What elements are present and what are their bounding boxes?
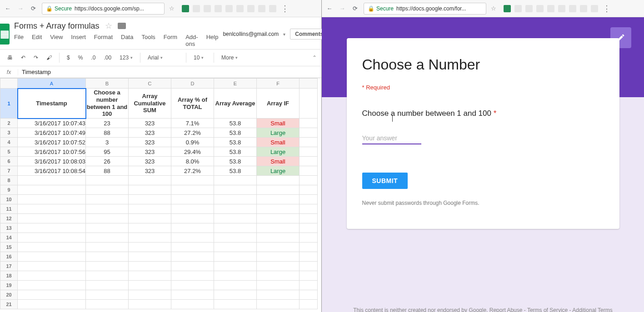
- cell[interactable]: 3/16/2017 10:08:03: [18, 157, 86, 166]
- cell[interactable]: [18, 176, 86, 185]
- row-header[interactable]: 12: [0, 214, 18, 223]
- cell[interactable]: [257, 271, 300, 281]
- address-bar[interactable]: 🔒 Secure https://docs.google.com/sp...: [42, 3, 165, 15]
- cell[interactable]: Large: [257, 128, 300, 138]
- cell[interactable]: [18, 223, 86, 233]
- extension-icon[interactable]: [558, 5, 565, 12]
- cell[interactable]: [257, 252, 300, 262]
- cell[interactable]: [171, 204, 214, 214]
- cell[interactable]: [86, 223, 129, 233]
- cell[interactable]: [171, 176, 214, 185]
- cell[interactable]: 27.2%: [171, 128, 214, 138]
- cell[interactable]: [86, 176, 129, 185]
- extension-icon[interactable]: [580, 5, 587, 12]
- redo-icon[interactable]: ↷: [31, 53, 41, 63]
- cell[interactable]: 53.8: [214, 138, 257, 147]
- formula-input[interactable]: Timestamp: [18, 69, 51, 75]
- row-header[interactable]: 6: [0, 157, 18, 166]
- cell[interactable]: [18, 262, 86, 271]
- cell[interactable]: [257, 185, 300, 195]
- extension-icon[interactable]: [236, 5, 244, 12]
- extension-icon[interactable]: [193, 5, 200, 12]
- header-cell[interactable]: Array % of TOTAL: [171, 89, 214, 119]
- row-header[interactable]: 8: [0, 176, 18, 185]
- cell[interactable]: [171, 252, 214, 262]
- menu-help[interactable]: Help: [206, 34, 219, 47]
- row-header[interactable]: 20: [0, 290, 18, 300]
- column-header-D[interactable]: D: [171, 79, 214, 89]
- cell[interactable]: [171, 233, 214, 243]
- cell[interactable]: [171, 243, 214, 252]
- cell[interactable]: [214, 300, 257, 309]
- cell[interactable]: [214, 243, 257, 252]
- cell[interactable]: [129, 243, 171, 252]
- cell[interactable]: 88: [86, 128, 129, 138]
- cell[interactable]: [129, 214, 171, 223]
- cell[interactable]: Small: [257, 119, 300, 128]
- cell[interactable]: [86, 281, 129, 290]
- row-header[interactable]: 7: [0, 166, 18, 176]
- cell[interactable]: Small: [257, 138, 300, 147]
- row-header[interactable]: 1: [0, 89, 18, 119]
- decrease-decimal[interactable]: .0: [88, 53, 98, 63]
- cell[interactable]: [171, 300, 214, 309]
- cell[interactable]: [86, 290, 129, 300]
- cell[interactable]: [257, 300, 300, 309]
- forward-button[interactable]: →: [16, 5, 25, 13]
- cell[interactable]: 53.8: [214, 157, 257, 166]
- cell[interactable]: 53.8: [214, 147, 257, 157]
- extension-icon[interactable]: [525, 5, 533, 12]
- cell[interactable]: 3: [86, 138, 129, 147]
- cell[interactable]: [171, 223, 214, 233]
- cell[interactable]: [171, 281, 214, 290]
- row-header[interactable]: 21: [0, 300, 18, 309]
- extension-icon[interactable]: [204, 5, 211, 12]
- row-header[interactable]: 17: [0, 262, 18, 271]
- cell[interactable]: [129, 223, 171, 233]
- format-percent[interactable]: %: [75, 53, 86, 63]
- menu-insert[interactable]: Insert: [71, 34, 86, 47]
- spreadsheet-grid[interactable]: ABCDEF1TimestampChoose a number between …: [0, 78, 321, 312]
- format-currency[interactable]: $: [64, 53, 73, 63]
- account-dropdown-icon[interactable]: ▾: [283, 32, 285, 37]
- menu-format[interactable]: Format: [94, 34, 113, 47]
- cell[interactable]: [86, 300, 129, 309]
- row-header[interactable]: 19: [0, 281, 18, 290]
- cell[interactable]: [129, 262, 171, 271]
- cell[interactable]: [18, 243, 86, 252]
- cell[interactable]: [257, 262, 300, 271]
- row-header[interactable]: 14: [0, 233, 18, 243]
- header-cell[interactable]: Choose a number between 1 and 100: [86, 89, 129, 119]
- cell[interactable]: [171, 185, 214, 195]
- row-header[interactable]: 11: [0, 204, 18, 214]
- cell[interactable]: 53.8: [214, 166, 257, 176]
- cell[interactable]: [257, 176, 300, 185]
- menu-file[interactable]: File: [14, 34, 24, 47]
- header-cell[interactable]: Timestamp: [18, 89, 86, 119]
- back-button[interactable]: ←: [325, 5, 334, 13]
- cell[interactable]: [214, 185, 257, 195]
- cell[interactable]: [86, 271, 129, 281]
- cell[interactable]: [18, 214, 86, 223]
- column-header-A[interactable]: A: [18, 79, 86, 89]
- cell[interactable]: [257, 290, 300, 300]
- increase-decimal[interactable]: .00: [101, 53, 114, 63]
- cell[interactable]: [86, 214, 129, 223]
- extension-icon[interactable]: [591, 5, 598, 12]
- cell[interactable]: 323: [129, 119, 171, 128]
- fx-icon[interactable]: fx: [0, 69, 18, 75]
- cell[interactable]: [129, 252, 171, 262]
- cell[interactable]: [18, 300, 86, 309]
- cell[interactable]: 323: [129, 147, 171, 157]
- extension-icon[interactable]: [547, 5, 554, 12]
- extension-icon[interactable]: [504, 5, 511, 12]
- cell[interactable]: [129, 204, 171, 214]
- cell[interactable]: 3/16/2017 10:07:43: [18, 119, 86, 128]
- cell[interactable]: [257, 195, 300, 204]
- extension-icon[interactable]: [182, 5, 189, 12]
- cell[interactable]: [214, 290, 257, 300]
- submit-button[interactable]: SUBMIT: [362, 173, 408, 189]
- cell[interactable]: 27.2%: [171, 166, 214, 176]
- header-cell[interactable]: Array IF: [257, 89, 300, 119]
- cell[interactable]: 8.0%: [171, 157, 214, 166]
